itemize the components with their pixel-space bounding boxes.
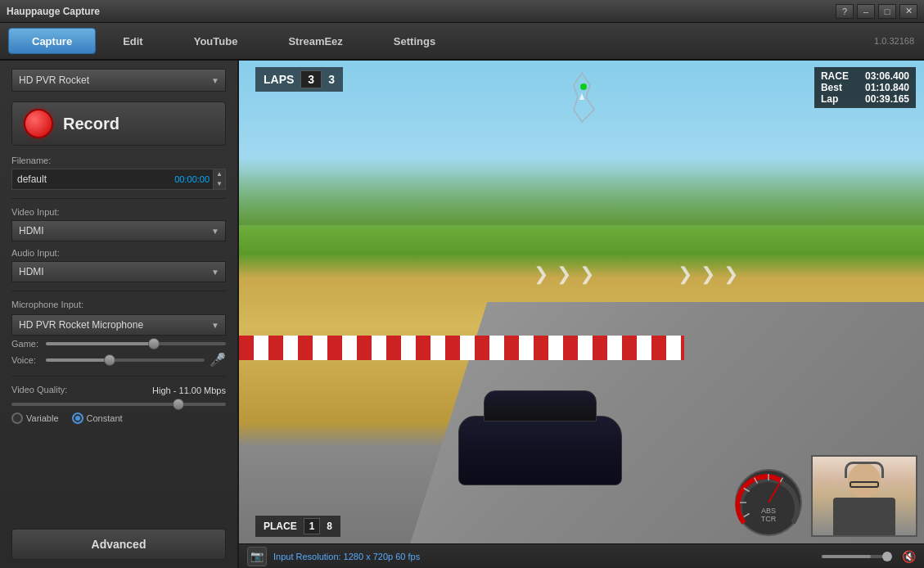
filename-input[interactable] (12, 174, 171, 185)
hud-laps-label: LAPS (264, 73, 294, 86)
mic-select-wrapper[interactable]: HD PVR Rocket Microphone (11, 314, 226, 336)
quality-value: High - 11.00 Mbps (152, 385, 226, 395)
help-button[interactable]: ? (836, 4, 854, 19)
game-slider[interactable] (46, 342, 226, 345)
game-slider-thumb[interactable] (148, 338, 160, 349)
person-body (833, 498, 895, 537)
device-select-wrapper[interactable]: HD PVR Rocket (11, 69, 226, 92)
speedometer: ABS TCR (732, 466, 805, 539)
hud-laps-total: 3 (328, 73, 335, 86)
video-area: LAPS 3 3 R (239, 61, 924, 543)
car-body (458, 416, 622, 485)
record-button[interactable]: Record (11, 101, 226, 146)
voice-slider[interactable] (46, 358, 205, 362)
record-indicator (24, 109, 53, 138)
device-dropdown[interactable]: HD PVR Rocket (11, 69, 226, 92)
radio-variable-label: Variable (26, 413, 59, 423)
audio-input-dropdown[interactable]: HDMI (11, 261, 226, 282)
quality-header: Video Quality: High - 11.00 Mbps (11, 385, 226, 396)
hud-best-label: Best (821, 82, 842, 93)
quality-slider-thumb[interactable] (173, 399, 184, 410)
screenshot-button[interactable]: 📷 (247, 547, 267, 566)
filename-label: Filename: (11, 156, 226, 165)
minimize-button[interactable]: – (857, 4, 875, 19)
main-layout: HD PVR Rocket Record Filename: 00:00:00 … (0, 61, 924, 568)
tab-capture[interactable]: Capture (8, 28, 96, 54)
time-spinner: ▲ ▼ (213, 169, 225, 189)
webcam-person (813, 457, 916, 535)
hud-best-row: Best 01:10.840 (821, 82, 909, 93)
hud-race-row: RACE 03:06.400 (821, 70, 909, 82)
voice-slider-row: Voice: 🎤 (11, 352, 226, 367)
radio-constant-label: Constant (87, 413, 123, 423)
time-down-button[interactable]: ▼ (214, 179, 225, 189)
speaker-icon[interactable]: 🔇 (902, 550, 916, 563)
radio-variable-outer[interactable] (11, 412, 23, 424)
video-placeholder: LAPS 3 3 R (239, 61, 924, 543)
radio-constant-dot (75, 416, 80, 421)
track-arrows: ❯ ❯ ❯ (534, 264, 594, 285)
volume-slider[interactable] (822, 555, 887, 558)
video-input-dropdown[interactable]: HDMI (11, 220, 226, 241)
advanced-button[interactable]: Advanced (11, 529, 226, 560)
tab-bar: Capture Edit YouTube StreamEez Settings … (0, 23, 924, 61)
hud-laps: LAPS 3 3 (255, 67, 343, 92)
hud-place-current: 1 (304, 518, 321, 534)
hud-race-times: RACE 03:06.400 Best 01:10.840 Lap 00:39.… (814, 67, 916, 108)
hud-place-total: 8 (327, 521, 332, 532)
video-input-label: Video Input: (11, 207, 226, 217)
tab-edit[interactable]: Edit (99, 28, 167, 54)
filename-section: Filename: 00:00:00 ▲ ▼ (11, 156, 226, 190)
separator-2 (11, 291, 226, 291)
hud-race-time: 03:06.400 (865, 70, 909, 82)
quality-slider[interactable] (11, 403, 226, 406)
separator-3 (11, 376, 226, 376)
radio-constant-outer[interactable] (72, 412, 83, 424)
audio-input-select-wrapper[interactable]: HDMI (11, 261, 226, 282)
record-label: Record (63, 115, 119, 133)
hud-lap-label: Lap (821, 93, 838, 105)
game-background: LAPS 3 3 R (239, 61, 924, 543)
maximize-button[interactable]: □ (878, 4, 896, 19)
hud-race-label: RACE (821, 70, 849, 82)
quality-section: Video Quality: High - 11.00 Mbps Variabl… (11, 385, 226, 424)
hud-lap-time: 00:39.165 (865, 93, 909, 105)
audio-input-label: Audio Input: (11, 248, 226, 258)
mic-icon: 🎤 (210, 352, 226, 367)
version-label: 1.0.32168 (874, 36, 914, 46)
app-title: Hauppauge Capture (7, 6, 100, 17)
hud-lap-row: Lap 00:39.165 (821, 93, 909, 105)
tab-settings[interactable]: Settings (370, 28, 459, 54)
game-slider-label: Game: (11, 339, 41, 349)
webcam-overlay (811, 455, 917, 537)
video-input-group: Video Input: HDMI (11, 207, 226, 241)
video-input-select-wrapper[interactable]: HDMI (11, 220, 226, 241)
tab-youtube[interactable]: YouTube (170, 28, 262, 54)
person-glasses (850, 481, 879, 488)
track-barrier (239, 336, 684, 360)
resolution-text: Input Resolution: 1280 x 720p 60 fps (273, 552, 420, 561)
status-bar: 📷 Input Resolution: 1280 x 720p 60 fps 🔇 (239, 543, 924, 568)
svg-point-0 (580, 83, 587, 90)
svg-marker-1 (579, 93, 584, 100)
hud-place: PLACE 1 8 (255, 516, 340, 537)
svg-text:TCR: TCR (761, 515, 777, 523)
tab-streameez[interactable]: StreamEez (264, 28, 366, 54)
audio-input-group: Audio Input: HDMI (11, 248, 226, 282)
voice-slider-thumb[interactable] (104, 354, 115, 366)
hud-laps-current: 3 (300, 70, 322, 88)
volume-slider-container[interactable] (822, 555, 895, 558)
volume-thumb[interactable] (882, 552, 892, 561)
voice-slider-label: Voice: (11, 355, 41, 365)
volume-fill (822, 555, 871, 558)
radio-row: Variable Constant (11, 412, 226, 424)
radio-variable[interactable]: Variable (11, 412, 59, 424)
radio-constant[interactable]: Constant (72, 412, 123, 424)
mic-dropdown[interactable]: HD PVR Rocket Microphone (11, 314, 226, 336)
mic-input-label: Microphone Input: (11, 300, 226, 309)
close-button[interactable]: ✕ (899, 4, 917, 19)
quality-label: Video Quality: (11, 385, 67, 394)
window-controls: ? – □ ✕ (836, 4, 917, 19)
time-up-button[interactable]: ▲ (214, 169, 225, 179)
mic-section: Microphone Input: HD PVR Rocket Micropho… (11, 300, 226, 367)
